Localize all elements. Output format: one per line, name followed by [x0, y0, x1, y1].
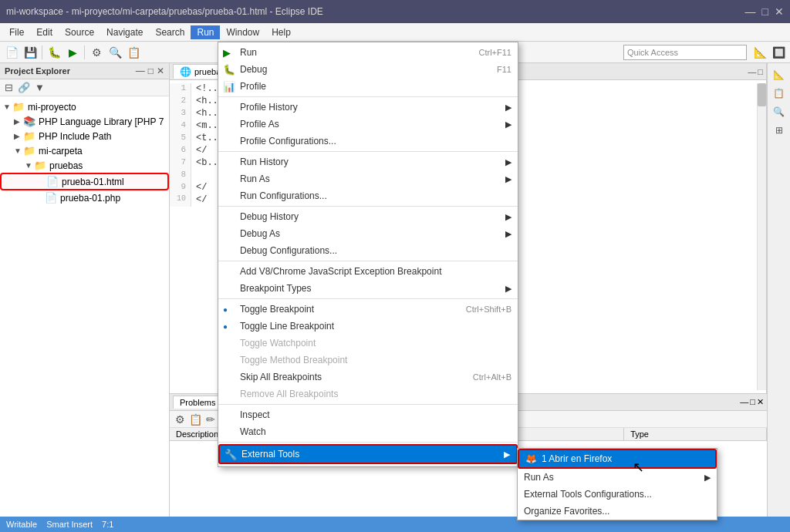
debug-history-label: Debug History: [240, 211, 299, 222]
run-button[interactable]: ▶: [64, 44, 81, 61]
quick-access-label: Quick Access: [627, 48, 678, 57]
toggle-line-bp-icon: ●: [223, 322, 228, 331]
run-menu-toggle-line-bp[interactable]: ● Toggle Line Breakpoint: [218, 318, 518, 335]
status-smart-insert: Smart Insert: [46, 520, 93, 529]
tree-php-include[interactable]: ▶ 📁 PHP Include Path: [0, 129, 169, 143]
pe-collapse-btn[interactable]: ⊟: [3, 81, 15, 94]
bottom-toolbar-btn-3[interactable]: ✏: [204, 412, 218, 426]
menu-window[interactable]: Window: [220, 25, 265, 39]
menu-navigate[interactable]: Navigate: [100, 25, 149, 39]
bottom-maximize-btn[interactable]: □: [750, 397, 755, 407]
toolbar-btn-2[interactable]: 🔍: [106, 44, 123, 61]
run-menu-profile[interactable]: 📊 Profile: [218, 78, 518, 95]
bottom-close-btn[interactable]: ✕: [757, 397, 764, 407]
run-menu-run-as[interactable]: Run As ▶: [218, 170, 518, 187]
bottom-controls: — □ ✕: [740, 397, 764, 407]
run-menu-toggle-bp[interactable]: ● Toggle Breakpoint Ctrl+Shift+B: [218, 301, 518, 318]
right-btn-2[interactable]: 📋: [771, 85, 788, 102]
ext-menu-organize[interactable]: Organize Favorites...: [518, 503, 717, 520]
bottom-minimize-btn[interactable]: —: [740, 397, 748, 407]
run-menu-skip-all-bp[interactable]: Skip All Breakpoints Ctrl+Alt+B: [218, 369, 518, 386]
bottom-toolbar-btn-1[interactable]: ⚙: [173, 412, 187, 426]
run-menu-watch[interactable]: Watch: [218, 423, 518, 440]
carpeta-arrow: ▼: [14, 146, 23, 155]
toolbar-btn-3[interactable]: 📋: [125, 44, 142, 61]
run-menu-toggle-method-bp: Toggle Method Breakpoint: [218, 352, 518, 369]
run-history-label: Run History: [240, 157, 289, 167]
run-menu-profile-history[interactable]: Profile History ▶: [218, 99, 518, 116]
editor-scrollbar[interactable]: [757, 83, 766, 390]
close-button[interactable]: ✕: [775, 5, 784, 18]
right-btn-3[interactable]: 🔍: [771, 103, 788, 120]
ext-menu-configs[interactable]: External Tools Configurations...: [518, 486, 717, 503]
run-menu-debug[interactable]: 🐛 Debug F11: [218, 61, 518, 78]
tree-php-lib[interactable]: ▶ 📚 PHP Language Library [PHP 7: [0, 114, 169, 129]
ext-run-as-arrow: ▶: [704, 473, 711, 483]
tree-prueba-php[interactable]: 📄 prueba-01.php: [0, 190, 169, 205]
php-include-icon: 📁: [23, 130, 35, 142]
php-include-label: PHP Include Path: [39, 131, 112, 142]
profile-as-label: Profile As: [240, 119, 279, 130]
run-menu-inspect[interactable]: Inspect: [218, 406, 518, 423]
run-menu-group-6: ● Toggle Breakpoint Ctrl+Shift+B ● Toggl…: [218, 299, 518, 405]
title-bar: mi-workspace - mi-proyecto/mi-carpeta/pr…: [0, 0, 790, 23]
pe-link-btn[interactable]: 🔗: [16, 81, 32, 94]
external-tools-label: External Tools: [241, 449, 299, 460]
ext-menu-run-as[interactable]: Run As ▶: [518, 469, 717, 486]
run-menu-profile-as[interactable]: Profile As ▶: [218, 116, 518, 133]
run-menu-debug-as[interactable]: Debug As ▶: [218, 225, 518, 242]
menu-search[interactable]: Search: [149, 25, 191, 39]
right-btn-1[interactable]: 📐: [771, 66, 788, 83]
maximize-editor-btn[interactable]: □: [758, 67, 763, 76]
minimize-button[interactable]: —: [745, 5, 756, 18]
tree-pruebas[interactable]: ▼ 📁 pruebas: [0, 158, 169, 173]
run-menu-add-v8[interactable]: Add V8/Chrome JavaScript Exception Break…: [218, 263, 518, 280]
debug-as-arrow: ▶: [505, 229, 511, 239]
problems-tab[interactable]: Problems: [173, 396, 222, 409]
run-label: Run: [240, 47, 257, 58]
menu-edit[interactable]: Edit: [30, 25, 59, 39]
menu-help[interactable]: Help: [265, 25, 297, 39]
pe-minimize-btn[interactable]: —: [136, 66, 145, 76]
tree-mi-carpeta[interactable]: ▼ 📁 mi-carpeta: [0, 143, 169, 158]
toggle-bp-icon: ●: [223, 305, 228, 314]
ext-menu-firefox[interactable]: 🦊 1 Abrir en Firefox: [518, 449, 717, 469]
tree-root[interactable]: ▼ 📁 mi-proyecto: [0, 99, 169, 114]
run-menu-breakpoint-types[interactable]: Breakpoint Types ▶: [218, 280, 518, 297]
run-menu-run[interactable]: ▶ Run Ctrl+F11: [218, 44, 518, 61]
toolbar-separator-2: [84, 45, 85, 59]
debug-button[interactable]: 🐛: [46, 44, 62, 61]
new-button[interactable]: 📄: [3, 44, 20, 61]
pe-menu-btn[interactable]: ▼: [33, 81, 46, 94]
menu-file[interactable]: File: [3, 25, 30, 39]
menu-run[interactable]: Run: [191, 25, 220, 39]
pe-maximize-btn[interactable]: □: [148, 66, 154, 76]
run-menu-run-history[interactable]: Run History ▶: [218, 153, 518, 170]
run-menu-debug-history[interactable]: Debug History ▶: [218, 208, 518, 225]
pe-close-btn[interactable]: ✕: [157, 66, 164, 76]
toggle-bp-shortcut: Ctrl+Shift+B: [466, 305, 511, 314]
perspectives-button[interactable]: 📐: [751, 44, 768, 61]
run-menu-group-4: Debug History ▶ Debug As ▶ Debug Configu…: [218, 207, 518, 261]
minimize-editor-btn[interactable]: —: [748, 67, 756, 76]
right-btn-4[interactable]: ⊞: [771, 122, 788, 139]
run-menu-debug-configs[interactable]: Debug Configurations...: [218, 242, 518, 259]
pe-toolbar: ⊟ 🔗 ▼: [0, 79, 169, 96]
php-lib-label: PHP Language Library [PHP 7: [39, 116, 164, 127]
menu-source[interactable]: Source: [59, 25, 100, 39]
php-icon: 📄: [45, 192, 57, 204]
run-menu-run-configs[interactable]: Run Configurations...: [218, 187, 518, 204]
debug-label: Debug: [240, 64, 267, 75]
run-menu-external-tools[interactable]: 🔧 External Tools ▶: [218, 444, 518, 464]
maximize-button[interactable]: □: [762, 5, 768, 18]
tree-prueba-html[interactable]: 📄 prueba-01.html: [0, 173, 169, 190]
quick-access-box[interactable]: Quick Access: [623, 45, 747, 60]
bottom-toolbar-btn-2[interactable]: 📋: [188, 412, 202, 426]
open-perspective-button[interactable]: 🔲: [770, 44, 787, 61]
run-menu-profile-configs[interactable]: Profile Configurations...: [218, 133, 518, 150]
toolbar-btn-1[interactable]: ⚙: [88, 44, 105, 61]
debug-icon: 🐛: [223, 64, 235, 76]
inspect-label: Inspect: [240, 409, 270, 420]
window-title: mi-workspace - mi-proyecto/mi-carpeta/pr…: [6, 6, 323, 17]
save-button[interactable]: 💾: [22, 44, 39, 61]
